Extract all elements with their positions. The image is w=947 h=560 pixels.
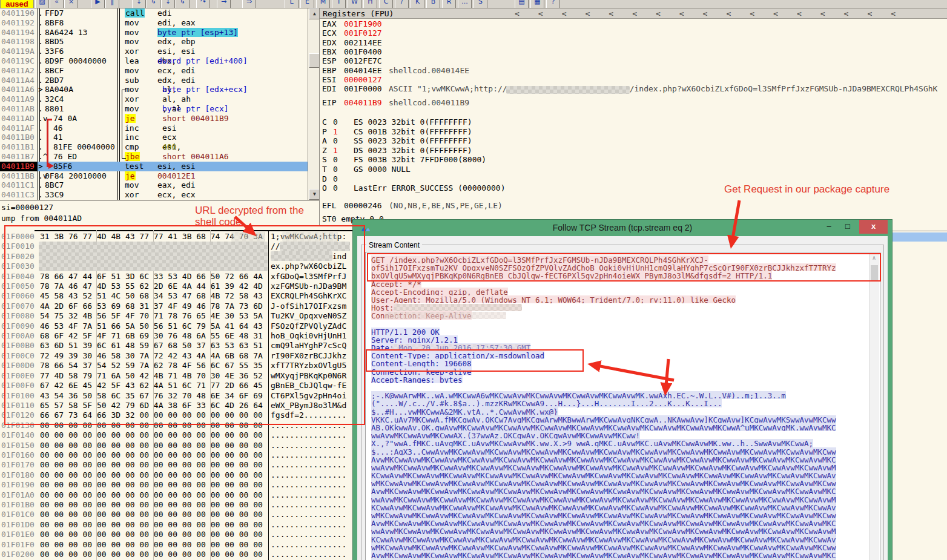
flag-value: 0 — [333, 155, 338, 164]
dump-row[interactable]: 01F01F000 00 00 00 00 00 00 00 00 00 00 … — [0, 540, 360, 550]
dump-row[interactable]: 01F01A000 00 00 00 00 00 00 00 00 00 00 … — [0, 490, 360, 500]
dump-row[interactable]: 01F014000 00 00 00 00 00 00 00 00 00 00 … — [0, 430, 360, 440]
flag-row[interactable]: T0GS 0000 NULL — [320, 165, 943, 174]
toolbar-button[interactable]: K — [411, 0, 424, 8]
register-row[interactable]: EIP004011B9shellcod.004011B9 — [320, 98, 943, 107]
disassembly-panel[interactable]: 0401190.FFD7calledi0401192.8BF8movedi, e… — [0, 8, 308, 200]
toolbar-button[interactable]: ↓ — [132, 0, 146, 8]
disasm-row[interactable]: 0401190.FFD7calledi — [0, 8, 308, 18]
disasm-row[interactable]: 0401198.8BD5movedx, ebp — [0, 37, 308, 47]
toolbar-button[interactable]: × — [64, 0, 78, 8]
toolbar-button[interactable]: ▤ — [515, 0, 529, 8]
disasm-address: 0401194 — [1, 28, 35, 37]
register-row[interactable]: EAX001F1900 — [320, 19, 943, 28]
toolbar-button[interactable]: ▦ — [530, 0, 544, 8]
register-row[interactable]: ESI00000127 — [320, 75, 943, 84]
disasm-row[interactable]: 04011A6>8A040Amoval, byte ptr [edx+ecx] — [0, 85, 308, 94]
dump-row[interactable]: 01F01B000 00 00 00 00 00 00 00 00 00 00 … — [0, 500, 360, 510]
toolbar-button[interactable]: T — [332, 0, 346, 8]
toolbar-button[interactable]: ... — [458, 0, 472, 8]
register-name: EIP — [322, 98, 336, 107]
register-value: 001F0400 — [344, 47, 382, 56]
disasm-row[interactable]: 0401194.8A6424 13movah, byte ptr [esp+13… — [0, 28, 308, 38]
stream-scrollbar[interactable]: ∧ — [869, 253, 879, 560]
minimize-button[interactable]: – — [822, 220, 836, 234]
disasm-row[interactable]: 04011A9.32C4xoral, ah — [0, 94, 308, 104]
maximize-button[interactable]: □ — [840, 220, 855, 234]
disasm-row[interactable]: 04011A2.8BCFmovecx, edi — [0, 66, 308, 76]
dump-row[interactable]: 01F01C000 00 00 00 00 00 00 00 00 00 00 … — [0, 510, 360, 519]
register-name: ESP — [322, 56, 336, 65]
disasm-row[interactable]: 04011A4.2BD7subedx, edi — [0, 76, 308, 85]
flag-row[interactable]: P1CS 001B 32bit 0(FFFFFFFF) — [320, 127, 943, 137]
dump-row[interactable]: 01F019000 00 00 00 00 00 00 00 00 00 00 … — [0, 480, 360, 490]
dump-ascii: ................ — [271, 520, 346, 529]
disassembly-scrollbar[interactable]: ▲ ▼ — [308, 8, 320, 200]
toolbar-button[interactable]: ↷ — [196, 0, 210, 8]
stream-line: AvwMKCwwAvwMKCwwAvwMKCwwAvwMKCwwAvwMKCww… — [371, 455, 868, 463]
flag-row[interactable]: C0ES 0023 32bit 0(FFFFFFFF) — [320, 117, 943, 127]
toolbar-button[interactable]: H — [363, 0, 377, 8]
toolbar-button[interactable]: ↳ — [147, 0, 160, 8]
toolbar-button[interactable]: E — [300, 0, 314, 8]
flag-row[interactable]: D0 — [320, 174, 943, 184]
window-titlebar[interactable]: Follow TCP Stream (tcp.stream eq 2) – □ … — [353, 220, 892, 236]
toolbar-button[interactable]: ? — [546, 0, 560, 8]
toolbar-button[interactable]: L — [285, 0, 299, 8]
toolbar-button[interactable]: ⇒ — [242, 0, 256, 8]
toolbar-button[interactable]: C — [379, 0, 393, 8]
register-row[interactable]: ECX001F0127 — [320, 28, 943, 38]
disasm-row[interactable]: 04011C1.8BC7moveax, edi — [0, 180, 308, 190]
dump-row[interactable]: 01F017000 00 00 00 00 00 00 00 00 00 00 … — [0, 460, 360, 470]
dump-row[interactable]: 01F016000 00 00 00 00 00 00 00 00 00 00 … — [0, 450, 360, 460]
toolbar-button[interactable]: ‖ — [105, 0, 119, 8]
annotation-get-note: Get Request in our package capture — [724, 183, 889, 195]
disasm-address: 040119C — [1, 56, 35, 65]
flag-row[interactable]: S0FS 003B 32bit 7FFDF000(8000) — [320, 155, 943, 165]
toolbar-button[interactable]: W — [348, 0, 361, 8]
stream-content-area[interactable]: GET /index.php?wX6OcbiZLxfGDoQ=l3SMfPrfJ… — [365, 252, 880, 560]
toolbar-button[interactable]: B — [426, 0, 440, 8]
stream-line: wwAvwMKCwwAvwMKCwwAX.(37wwAz.OKCgwAv.OKC… — [371, 431, 868, 439]
redaction-blur — [394, 304, 522, 311]
status-paused-badge: aused — [0, 0, 34, 8]
disasm-row[interactable]: 04011C3.33C9xorecx, ecx — [0, 190, 308, 200]
register-row[interactable]: EFL00000246(NO,NB,E,BE,NS,PE,GE,LE) — [320, 201, 943, 210]
toolbar-button[interactable]: → — [217, 0, 231, 8]
disasm-row[interactable]: 04011BB.v0F84 20010000je004012E1 — [0, 171, 308, 181]
collapse-marks[interactable]: <<<<<<<<<<<<<<<<< — [515, 9, 914, 18]
dump-row[interactable]: 01F015000 00 00 00 00 00 00 00 00 00 00 … — [0, 441, 360, 450]
dump-ascii: ................ — [271, 480, 346, 489]
disasm-row[interactable]: 040119C.8D9F 00040000leaebx, dword ptr [… — [0, 56, 308, 66]
stack-selected-row[interactable] — [892, 232, 947, 242]
toolbar-button[interactable]: / — [395, 0, 409, 8]
register-row[interactable]: EDX002114EE — [320, 38, 943, 47]
dump-row[interactable]: 01F018000 00 00 00 00 00 00 00 00 00 00 … — [0, 470, 360, 480]
register-value: 004011B9 — [344, 98, 382, 107]
disasm-row[interactable]: 0401192.8BF8movedi, eax — [0, 18, 308, 28]
register-row[interactable]: EBP004014EEshellcod.004014EE — [320, 66, 943, 75]
dump-row[interactable]: 01F01D000 00 00 00 00 00 00 00 00 00 00 … — [0, 520, 360, 530]
toolbar-button[interactable]: ↓ — [161, 0, 175, 8]
toolbar-button[interactable]: ↳ — [176, 0, 190, 8]
close-button[interactable]: x — [859, 220, 888, 234]
toolbar-button[interactable]: « — [50, 0, 64, 8]
toolbar-button[interactable]: ▨ — [35, 0, 49, 8]
dump-row[interactable]: 01F020000 00 00 00 00 00 00 00 00 00 00 … — [0, 550, 360, 559]
toolbar-button[interactable]: ▶ — [91, 0, 105, 8]
dump-ascii: ................ — [271, 470, 346, 479]
flag-row[interactable]: A0SS 0023 32bit 0(FFFFFFFF) — [320, 136, 943, 146]
stream-line: AvwMKCwwAvwMKCwwAvwMKCwwAvwMKCwwAvwMKCww… — [371, 487, 868, 495]
disasm-row[interactable]: 040119A.33F6xoresi, esi — [0, 47, 308, 56]
disasm-row[interactable]: 04011AB.8801movbyte ptr [ecx], al — [0, 104, 308, 114]
disasm-bytes: 8BD5 — [45, 37, 64, 46]
disasm-bytes: 81FE 00040000 — [53, 142, 115, 151]
dump-row[interactable]: 01F01E000 00 00 00 00 00 00 00 00 00 00 … — [0, 530, 360, 539]
toolbar-button[interactable]: R — [442, 0, 456, 8]
flag-row[interactable]: Z1DS 0023 32bit 0(FFFFFFFF) — [320, 146, 943, 156]
register-row[interactable]: EDI001F0000ASCII "1;vwMKCwwA;http:///ind… — [320, 84, 943, 93]
register-row[interactable]: EBX001F0400 — [320, 47, 943, 56]
toolbar-button[interactable]: M — [316, 0, 330, 8]
register-row[interactable]: ESP0012FE7C — [320, 56, 943, 65]
toolbar-button[interactable]: S — [474, 0, 487, 8]
